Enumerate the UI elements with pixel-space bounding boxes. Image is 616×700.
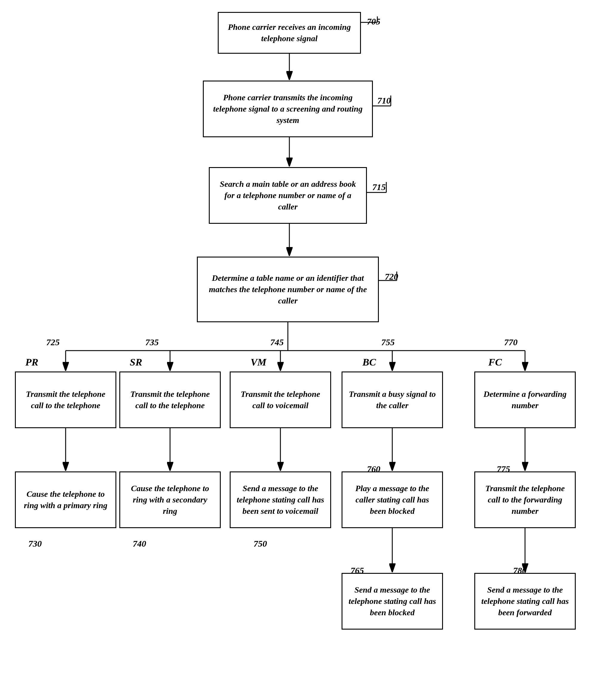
label-710: 710 <box>377 96 391 105</box>
pr-label: PR <box>25 357 38 368</box>
fc-label: FC <box>488 357 502 368</box>
node-bc-play-message: Play a message to the caller stating cal… <box>342 472 443 528</box>
node-pr-ring: Cause the telephone to ring with a prima… <box>15 472 116 528</box>
node-bc-send-message: Send a message to the telephone stating … <box>342 573 443 629</box>
label-705: 705 <box>367 16 380 27</box>
node-vm-transmit: Transmit the telephone call to voicemail <box>230 372 331 428</box>
label-740: 740 <box>133 539 146 549</box>
label-715: 715 <box>372 182 386 192</box>
label-725: 725 <box>46 337 60 347</box>
flowchart-diagram: Phone carrier receives an incoming telep… <box>0 0 616 700</box>
sr-label: SR <box>130 357 142 368</box>
node-fc-send-message: Send a message to the telephone stating … <box>474 573 576 629</box>
label-770: 770 <box>504 337 518 347</box>
label-755: 755 <box>381 337 395 347</box>
label-720: 720 <box>385 272 398 282</box>
node-bc-transmit: Transmit a busy signal to the caller <box>342 372 443 428</box>
label-730: 730 <box>28 539 42 549</box>
label-735: 735 <box>145 337 159 347</box>
bc-label: BC <box>362 357 376 368</box>
node-pr-transmit: Transmit the telephone call to the telep… <box>15 372 116 428</box>
node-710: Phone carrier transmits the incoming tel… <box>203 80 373 137</box>
node-sr-ring: Cause the telephone to ring with a secon… <box>119 472 221 528</box>
vm-label: VM <box>251 357 266 368</box>
node-sr-transmit: Transmit the telephone call to the telep… <box>119 372 221 428</box>
node-fc-determine: Determine a forwarding number <box>474 372 576 428</box>
label-745: 745 <box>270 337 284 347</box>
node-715: Search a main table or an address book f… <box>209 167 367 224</box>
node-720: Determine a table name or an identifier … <box>197 257 379 322</box>
node-705: Phone carrier receives an incoming telep… <box>218 12 361 54</box>
node-vm-message: Send a message to the telephone stating … <box>230 472 331 528</box>
label-750: 750 <box>254 539 267 549</box>
node-fc-transmit-forward: Transmit the telephone call to the forwa… <box>474 472 576 528</box>
